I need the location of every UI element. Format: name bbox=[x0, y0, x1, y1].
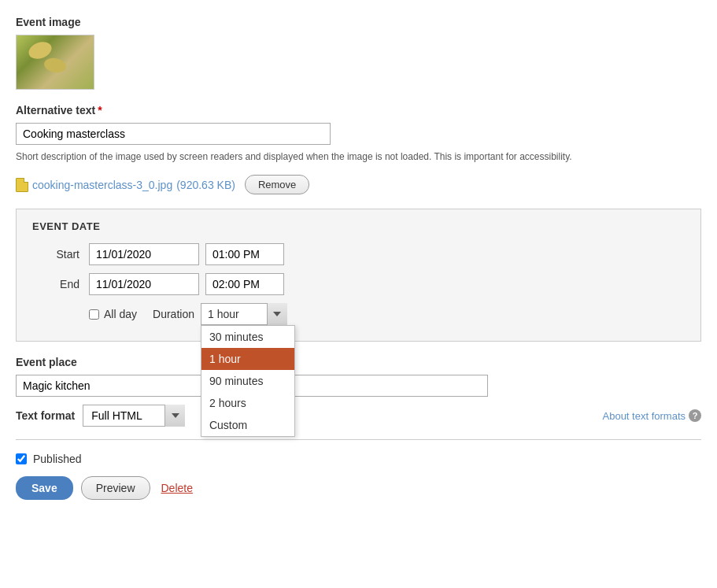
end-date-input[interactable] bbox=[89, 273, 199, 295]
event-date-title: EVENT DATE bbox=[32, 220, 685, 232]
required-indicator: * bbox=[98, 104, 102, 116]
duration-dropdown: 30 minutes 1 hour 90 minutes 2 hours Cus… bbox=[201, 325, 295, 437]
file-icon bbox=[16, 178, 28, 192]
alt-text-input[interactable] bbox=[16, 123, 331, 145]
event-place-section: Event place Text format Full HTML Basic … bbox=[16, 356, 701, 427]
file-info-row: cooking-masterclass-3_0.jpg (920.63 KB) … bbox=[16, 175, 701, 194]
text-format-label: Text format bbox=[16, 409, 75, 422]
duration-option-90min[interactable]: 90 minutes bbox=[201, 370, 294, 392]
start-time-input[interactable] bbox=[205, 243, 284, 265]
duration-option-2hours[interactable]: 2 hours bbox=[201, 392, 294, 414]
text-format-row: Text format Full HTML Basic HTML Plain t… bbox=[16, 405, 701, 427]
published-row: Published bbox=[16, 453, 701, 465]
start-date-input[interactable] bbox=[89, 243, 199, 265]
file-size: (920.63 KB) bbox=[176, 179, 235, 191]
duration-current-value: 1 hour bbox=[201, 304, 286, 324]
remove-button[interactable]: Remove bbox=[245, 175, 309, 194]
event-place-label: Event place bbox=[16, 356, 701, 368]
published-checkbox[interactable] bbox=[16, 453, 27, 464]
event-image-label: Event image bbox=[16, 16, 701, 28]
duration-select-display[interactable]: 1 hour bbox=[201, 303, 287, 325]
save-button[interactable]: Save bbox=[16, 476, 73, 500]
start-date-row: Start bbox=[32, 243, 685, 265]
action-row: Save Preview Delete bbox=[16, 476, 701, 500]
allday-checkbox[interactable] bbox=[89, 309, 99, 320]
about-text-formats-label: About text formats bbox=[603, 410, 686, 422]
food-image-placeholder bbox=[17, 35, 94, 90]
divider bbox=[16, 439, 701, 440]
alt-text-section: Alternative text* Short description of t… bbox=[16, 104, 701, 164]
text-format-select[interactable]: Full HTML Basic HTML Plain text bbox=[83, 405, 185, 427]
about-text-formats-link[interactable]: About text formats ? bbox=[603, 409, 702, 422]
end-label: End bbox=[32, 278, 79, 290]
end-time-input[interactable] bbox=[205, 273, 284, 295]
allday-label: All day bbox=[104, 308, 137, 320]
delete-button[interactable]: Delete bbox=[161, 482, 193, 494]
alt-text-helper: Short description of the image used by s… bbox=[16, 150, 700, 164]
file-link[interactable]: cooking-masterclass-3_0.jpg (920.63 KB) bbox=[16, 178, 235, 192]
event-image-thumbnail bbox=[16, 35, 94, 90]
alt-text-label: Alternative text* bbox=[16, 104, 701, 116]
allday-duration-row: All day Duration 1 hour 30 minutes 1 hou… bbox=[32, 303, 685, 325]
event-image-section: Event image bbox=[16, 16, 701, 90]
preview-button[interactable]: Preview bbox=[81, 476, 150, 500]
duration-option-1hour[interactable]: 1 hour bbox=[201, 348, 294, 370]
duration-option-custom[interactable]: Custom bbox=[201, 414, 294, 436]
text-format-left: Text format Full HTML Basic HTML Plain t… bbox=[16, 405, 185, 427]
duration-option-30min[interactable]: 30 minutes bbox=[201, 326, 294, 348]
text-format-select-wrapper: Full HTML Basic HTML Plain text bbox=[83, 405, 185, 427]
event-date-section: EVENT DATE Start End All day Duration 1 … bbox=[16, 209, 701, 342]
start-label: Start bbox=[32, 248, 79, 261]
filename: cooking-masterclass-3_0.jpg bbox=[32, 179, 172, 191]
published-label: Published bbox=[33, 453, 82, 465]
end-date-row: End bbox=[32, 273, 685, 295]
duration-label: Duration bbox=[153, 308, 194, 320]
help-icon: ? bbox=[689, 409, 701, 422]
duration-select-wrapper: 1 hour 30 minutes 1 hour 90 minutes 2 ho… bbox=[201, 303, 287, 325]
